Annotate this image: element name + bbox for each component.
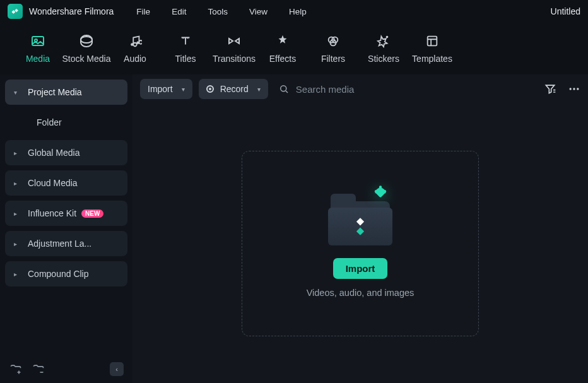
- sidebar-item-label: Cloud Media: [28, 178, 78, 188]
- svg-rect-11: [428, 36, 437, 45]
- category-tabbar: Media Stock Media Audio Titles Transitio…: [0, 23, 588, 74]
- chevron-down-icon: ▾: [182, 86, 185, 93]
- svg-point-15: [577, 88, 579, 90]
- download-arrow-icon: [370, 184, 391, 206]
- app-title: Wondershare Filmora: [29, 6, 114, 16]
- tab-stock-media[interactable]: Stock Media: [58, 33, 115, 64]
- tab-stickers[interactable]: Stickers: [363, 33, 404, 64]
- search-input[interactable]: [296, 84, 538, 95]
- stock-media-icon: [79, 33, 94, 49]
- dropzone-subtitle: Videos, audio, and images: [307, 288, 415, 298]
- sidebar-item-label: Compound Clip: [28, 269, 89, 279]
- sidebar-item-global-media[interactable]: Global Media: [5, 140, 127, 165]
- menu-help[interactable]: Help: [289, 7, 307, 16]
- record-icon: [206, 85, 214, 93]
- media-content: Import ▾ Record ▾: [132, 74, 588, 383]
- tab-label: Titles: [175, 54, 196, 64]
- svg-rect-16: [356, 218, 364, 225]
- tab-label: Transitions: [213, 54, 256, 64]
- app-logo-icon: [8, 4, 23, 19]
- sidebar-item-project-media[interactable]: Project Media: [5, 80, 127, 105]
- tab-templates[interactable]: Templates: [404, 33, 461, 64]
- tab-label: Effects: [269, 54, 297, 64]
- svg-point-13: [570, 88, 572, 90]
- filters-icon: [326, 33, 341, 49]
- transitions-icon: [226, 33, 242, 49]
- tab-media[interactable]: Media: [18, 33, 58, 64]
- sidebar-item-label: Adjustment La...: [28, 239, 91, 249]
- media-sidebar: Project Media Folder Global Media Cloud …: [0, 74, 132, 383]
- collapse-sidebar-button[interactable]: ‹: [110, 362, 124, 376]
- record-dropdown[interactable]: Record ▾: [199, 79, 268, 99]
- svg-point-14: [573, 88, 575, 90]
- new-folder-icon[interactable]: [9, 362, 23, 376]
- menu-file[interactable]: File: [136, 7, 150, 16]
- delete-folder-icon[interactable]: [32, 362, 45, 376]
- sidebar-item-label: Influence Kit: [28, 208, 76, 218]
- svg-point-12: [281, 86, 286, 91]
- sidebar-item-label: Project Media: [28, 87, 82, 97]
- caret-down-icon: [14, 89, 20, 96]
- svg-point-5: [131, 43, 134, 46]
- tab-audio[interactable]: Audio: [115, 33, 155, 64]
- tab-transitions[interactable]: Transitions: [206, 33, 262, 64]
- tab-titles[interactable]: Titles: [165, 33, 206, 64]
- menu-tools[interactable]: Tools: [208, 7, 228, 16]
- search-icon: [278, 83, 290, 95]
- sidebar-item-folder[interactable]: Folder: [5, 110, 127, 135]
- menu-edit[interactable]: Edit: [172, 7, 186, 16]
- import-folder-graphic: [326, 189, 395, 247]
- import-dropzone[interactable]: Import Videos, audio, and images: [242, 151, 479, 336]
- templates-icon: [425, 33, 440, 49]
- import-button[interactable]: Import: [333, 258, 388, 279]
- dropdown-label: Record: [220, 84, 249, 94]
- stickers-icon: [376, 33, 391, 49]
- caret-right-icon: [14, 271, 20, 278]
- svg-point-6: [136, 41, 139, 44]
- sidebar-item-label: Folder: [37, 117, 62, 127]
- sidebar-footer: ‹: [5, 358, 127, 383]
- svg-rect-1: [15, 9, 18, 13]
- document-title: Untitled: [551, 6, 580, 16]
- chevron-down-icon: ▾: [257, 86, 261, 93]
- svg-point-10: [387, 36, 388, 37]
- tab-filters[interactable]: Filters: [313, 33, 353, 64]
- tab-label: Stock Media: [62, 54, 110, 64]
- sidebar-item-label: Global Media: [28, 148, 80, 158]
- sidebar-item-cloud-media[interactable]: Cloud Media: [5, 170, 127, 196]
- sidebar-item-adjustment-layer[interactable]: Adjustment La...: [5, 231, 127, 256]
- new-badge: NEW: [81, 209, 103, 218]
- sidebar-item-compound-clip[interactable]: Compound Clip: [5, 261, 127, 286]
- titles-icon: [178, 33, 193, 49]
- import-dropdown[interactable]: Import ▾: [140, 79, 192, 99]
- menubar: Wondershare Filmora File Edit Tools View…: [0, 0, 588, 23]
- caret-right-icon: [14, 150, 20, 156]
- sidebar-item-influence-kit[interactable]: Influence Kit NEW: [5, 201, 127, 226]
- tab-effects[interactable]: Effects: [262, 33, 303, 64]
- tab-label: Stickers: [368, 54, 399, 64]
- tab-label: Templates: [412, 54, 452, 64]
- filter-sort-icon[interactable]: [544, 83, 556, 95]
- caret-right-icon: [14, 210, 20, 217]
- tab-label: Filters: [321, 54, 345, 64]
- media-icon: [30, 33, 45, 49]
- audio-icon: [127, 33, 143, 49]
- svg-rect-17: [356, 228, 364, 235]
- more-options-icon[interactable]: [568, 83, 580, 95]
- svg-point-4: [81, 37, 92, 43]
- svg-rect-0: [11, 10, 15, 14]
- caret-right-icon: [14, 180, 20, 187]
- effects-icon: [275, 33, 290, 49]
- dropdown-label: Import: [148, 84, 173, 94]
- menu-view[interactable]: View: [249, 7, 268, 16]
- chevron-left-icon: ‹: [115, 365, 118, 373]
- tab-label: Media: [26, 54, 50, 64]
- content-toolbar: Import ▾ Record ▾: [132, 74, 588, 103]
- caret-right-icon: [14, 240, 20, 247]
- tab-label: Audio: [124, 54, 146, 64]
